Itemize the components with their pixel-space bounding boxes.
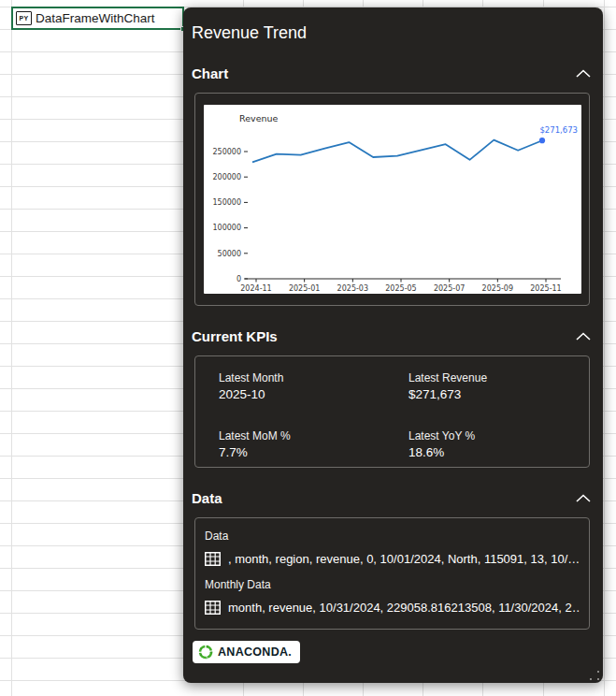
svg-text:Revenue: Revenue [239, 113, 279, 123]
svg-text:$271,673: $271,673 [539, 125, 578, 135]
kpi-latest-month: Latest Month 2025-10 [219, 371, 408, 409]
svg-text:2024-11: 2024-11 [240, 284, 271, 293]
section-label: Data [192, 490, 222, 506]
anaconda-logo-icon [198, 645, 213, 660]
chevron-up-icon[interactable] [575, 492, 592, 505]
section-header-chart[interactable]: Chart [192, 65, 592, 81]
python-card-panel: Revenue Trend Chart 05000010000015000020… [183, 7, 603, 683]
chart-card: 0500001000001500002000002500002024-11202… [194, 93, 590, 306]
section-header-kpis[interactable]: Current KPIs [192, 328, 592, 344]
kpi-label: Latest Revenue [408, 371, 580, 384]
table-preview: month, revenue, 10/31/2024, 229058.81621… [228, 601, 580, 615]
section-label: Current KPIs [192, 328, 278, 344]
kpi-label: Latest Month [219, 371, 408, 384]
svg-text:2025-11: 2025-11 [530, 284, 561, 293]
table-preview: , month, region, revenue, 0, 10/01/2024,… [228, 552, 580, 566]
kpi-value: 18.6% [408, 445, 580, 459]
chevron-up-icon[interactable] [575, 330, 592, 343]
svg-text:0: 0 [236, 275, 240, 283]
panel-resize-grip[interactable] [590, 671, 599, 680]
svg-text:200000: 200000 [212, 173, 241, 181]
selected-cell-dataframe[interactable]: PY DataFrameWithChart [11, 7, 184, 30]
table-row-monthly-data[interactable]: month, revenue, 10/31/2024, 229058.81621… [205, 599, 580, 616]
kpi-value: 7.7% [219, 445, 408, 459]
cell-value: DataFrameWithChart [36, 11, 155, 25]
svg-text:250000: 250000 [212, 148, 241, 156]
panel-title: Revenue Trend [192, 23, 592, 43]
table-name: Data [205, 529, 580, 543]
app-window: PY DataFrameWithChart Revenue Trend Char… [0, 0, 616, 696]
anaconda-wordmark: ANACONDA. [218, 645, 292, 659]
svg-text:150000: 150000 [212, 198, 241, 207]
kpi-latest-yoy: Latest YoY % 18.6% [408, 429, 580, 467]
kpi-label: Latest MoM % [219, 429, 408, 442]
svg-text:2025-07: 2025-07 [433, 284, 464, 293]
svg-text:2025-09: 2025-09 [481, 284, 512, 293]
section-header-data[interactable]: Data [192, 490, 592, 506]
svg-text:2025-01: 2025-01 [288, 284, 319, 293]
table-icon [205, 552, 221, 566]
column-gridline [11, 0, 12, 696]
column-gridline [604, 0, 605, 696]
kpi-card: Latest Month 2025-10 Latest Revenue $271… [194, 355, 590, 468]
data-card: Data , month, region, revenue, 0, 10/01/… [194, 517, 590, 630]
kpi-label: Latest YoY % [408, 429, 580, 442]
table-icon [205, 601, 221, 615]
kpi-value: $271,673 [408, 387, 580, 401]
section-label: Chart [192, 65, 228, 81]
svg-text:50000: 50000 [217, 250, 240, 258]
revenue-chart-svg: 0500001000001500002000002500002024-11202… [204, 105, 581, 294]
anaconda-badge[interactable]: ANACONDA. [193, 641, 300, 663]
svg-text:100000: 100000 [212, 224, 241, 232]
kpi-value: 2025-10 [219, 387, 408, 401]
kpi-latest-revenue: Latest Revenue $271,673 [408, 371, 580, 409]
table-name: Monthly Data [205, 578, 580, 591]
chevron-up-icon[interactable] [575, 67, 592, 80]
table-row-data[interactable]: , month, region, revenue, 0, 10/01/2024,… [205, 550, 580, 567]
svg-text:2025-05: 2025-05 [385, 284, 416, 293]
svg-text:2025-03: 2025-03 [337, 284, 367, 293]
python-cell-icon: PY [16, 11, 32, 25]
kpi-latest-mom: Latest MoM % 7.7% [219, 429, 408, 467]
